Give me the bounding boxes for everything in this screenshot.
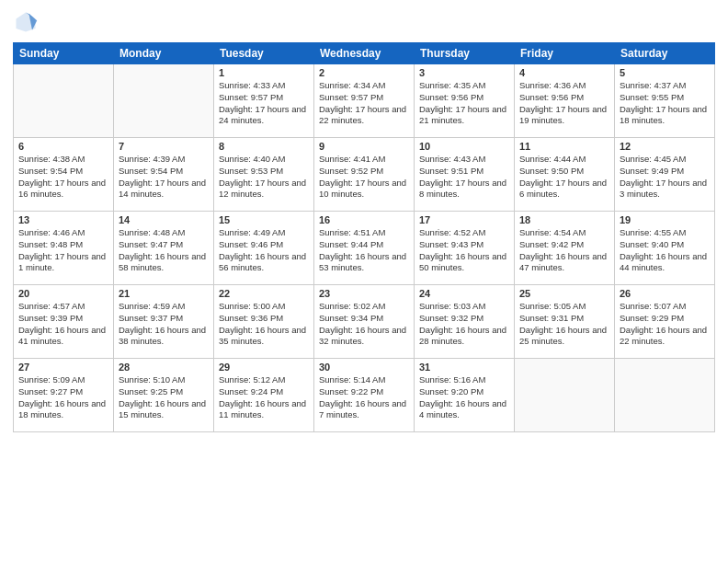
day-info: Sunrise: 4:55 AM Sunset: 9:40 PM Dayligh…	[620, 227, 710, 274]
logo-icon	[13, 9, 39, 35]
day-number: 9	[319, 141, 409, 152]
day-number: 18	[519, 214, 609, 225]
day-number: 20	[18, 288, 108, 299]
calendar-cell: 19Sunrise: 4:55 AM Sunset: 9:40 PM Dayli…	[615, 212, 715, 285]
day-number: 26	[620, 288, 710, 299]
day-info: Sunrise: 4:37 AM Sunset: 9:55 PM Dayligh…	[620, 80, 710, 127]
day-number: 19	[620, 214, 710, 225]
day-info: Sunrise: 5:03 AM Sunset: 9:32 PM Dayligh…	[419, 301, 509, 348]
calendar-cell: 30Sunrise: 5:14 AM Sunset: 9:22 PM Dayli…	[314, 359, 415, 432]
weekday-header-tuesday: Tuesday	[214, 43, 314, 64]
day-number: 13	[18, 214, 108, 225]
day-number: 17	[419, 214, 509, 225]
calendar-cell: 21Sunrise: 4:59 AM Sunset: 9:37 PM Dayli…	[114, 285, 214, 359]
weekday-header-monday: Monday	[114, 43, 214, 64]
day-info: Sunrise: 4:48 AM Sunset: 9:47 PM Dayligh…	[119, 227, 209, 274]
header	[13, 9, 715, 35]
calendar-cell: 12Sunrise: 4:45 AM Sunset: 9:49 PM Dayli…	[615, 138, 715, 212]
day-info: Sunrise: 5:12 AM Sunset: 9:24 PM Dayligh…	[219, 374, 309, 421]
day-info: Sunrise: 4:44 AM Sunset: 9:50 PM Dayligh…	[519, 154, 609, 201]
day-number: 2	[319, 67, 409, 78]
weekday-header-friday: Friday	[515, 43, 615, 64]
calendar-week-row: 20Sunrise: 4:57 AM Sunset: 9:39 PM Dayli…	[14, 285, 715, 359]
day-number: 30	[319, 362, 409, 373]
calendar-cell	[615, 359, 715, 432]
calendar-cell: 4Sunrise: 4:36 AM Sunset: 9:56 PM Daylig…	[515, 64, 615, 138]
day-info: Sunrise: 5:00 AM Sunset: 9:36 PM Dayligh…	[219, 301, 309, 348]
calendar-header-row: SundayMondayTuesdayWednesdayThursdayFrid…	[14, 43, 715, 64]
calendar-cell: 16Sunrise: 4:51 AM Sunset: 9:44 PM Dayli…	[314, 212, 415, 285]
day-info: Sunrise: 4:54 AM Sunset: 9:42 PM Dayligh…	[519, 227, 609, 274]
logo	[13, 9, 42, 35]
day-number: 24	[419, 288, 509, 299]
weekday-header-wednesday: Wednesday	[314, 43, 415, 64]
calendar-cell: 29Sunrise: 5:12 AM Sunset: 9:24 PM Dayli…	[214, 359, 314, 432]
day-info: Sunrise: 4:57 AM Sunset: 9:39 PM Dayligh…	[18, 301, 108, 348]
day-info: Sunrise: 4:38 AM Sunset: 9:54 PM Dayligh…	[18, 154, 108, 201]
calendar-cell: 5Sunrise: 4:37 AM Sunset: 9:55 PM Daylig…	[615, 64, 715, 138]
day-info: Sunrise: 5:05 AM Sunset: 9:31 PM Dayligh…	[519, 301, 609, 348]
day-info: Sunrise: 5:02 AM Sunset: 9:34 PM Dayligh…	[319, 301, 409, 348]
day-number: 28	[119, 362, 209, 373]
day-number: 31	[419, 362, 509, 373]
calendar-cell: 18Sunrise: 4:54 AM Sunset: 9:42 PM Dayli…	[515, 212, 615, 285]
day-info: Sunrise: 4:49 AM Sunset: 9:46 PM Dayligh…	[219, 227, 309, 274]
day-number: 25	[519, 288, 609, 299]
calendar-cell: 28Sunrise: 5:10 AM Sunset: 9:25 PM Dayli…	[114, 359, 214, 432]
day-number: 7	[119, 141, 209, 152]
calendar-cell: 25Sunrise: 5:05 AM Sunset: 9:31 PM Dayli…	[515, 285, 615, 359]
calendar-week-row: 27Sunrise: 5:09 AM Sunset: 9:27 PM Dayli…	[14, 359, 715, 432]
calendar-cell: 26Sunrise: 5:07 AM Sunset: 9:29 PM Dayli…	[615, 285, 715, 359]
day-info: Sunrise: 4:40 AM Sunset: 9:53 PM Dayligh…	[219, 154, 309, 201]
calendar-week-row: 1Sunrise: 4:33 AM Sunset: 9:57 PM Daylig…	[14, 64, 715, 138]
calendar-cell: 14Sunrise: 4:48 AM Sunset: 9:47 PM Dayli…	[114, 212, 214, 285]
day-info: Sunrise: 4:36 AM Sunset: 9:56 PM Dayligh…	[519, 80, 609, 127]
calendar-cell	[515, 359, 615, 432]
calendar-cell	[114, 64, 214, 138]
calendar-cell: 17Sunrise: 4:52 AM Sunset: 9:43 PM Dayli…	[415, 212, 515, 285]
day-number: 5	[620, 67, 710, 78]
day-info: Sunrise: 5:09 AM Sunset: 9:27 PM Dayligh…	[18, 374, 108, 421]
day-info: Sunrise: 5:07 AM Sunset: 9:29 PM Dayligh…	[620, 301, 710, 348]
calendar-cell: 27Sunrise: 5:09 AM Sunset: 9:27 PM Dayli…	[14, 359, 114, 432]
day-number: 4	[519, 67, 609, 78]
day-number: 29	[219, 362, 309, 373]
calendar-cell: 3Sunrise: 4:35 AM Sunset: 9:56 PM Daylig…	[415, 64, 515, 138]
calendar-table: SundayMondayTuesdayWednesdayThursdayFrid…	[13, 42, 715, 432]
day-number: 12	[620, 141, 710, 152]
calendar-week-row: 13Sunrise: 4:46 AM Sunset: 9:48 PM Dayli…	[14, 212, 715, 285]
calendar-cell: 6Sunrise: 4:38 AM Sunset: 9:54 PM Daylig…	[14, 138, 114, 212]
day-info: Sunrise: 4:59 AM Sunset: 9:37 PM Dayligh…	[119, 301, 209, 348]
calendar-cell: 22Sunrise: 5:00 AM Sunset: 9:36 PM Dayli…	[214, 285, 314, 359]
day-info: Sunrise: 5:10 AM Sunset: 9:25 PM Dayligh…	[119, 374, 209, 421]
day-info: Sunrise: 4:51 AM Sunset: 9:44 PM Dayligh…	[319, 227, 409, 274]
calendar-cell: 7Sunrise: 4:39 AM Sunset: 9:54 PM Daylig…	[114, 138, 214, 212]
calendar-week-row: 6Sunrise: 4:38 AM Sunset: 9:54 PM Daylig…	[14, 138, 715, 212]
calendar-cell: 2Sunrise: 4:34 AM Sunset: 9:57 PM Daylig…	[314, 64, 415, 138]
calendar-cell: 13Sunrise: 4:46 AM Sunset: 9:48 PM Dayli…	[14, 212, 114, 285]
day-info: Sunrise: 4:43 AM Sunset: 9:51 PM Dayligh…	[419, 154, 509, 201]
day-number: 8	[219, 141, 309, 152]
day-info: Sunrise: 4:41 AM Sunset: 9:52 PM Dayligh…	[319, 154, 409, 201]
day-number: 3	[419, 67, 509, 78]
day-info: Sunrise: 5:14 AM Sunset: 9:22 PM Dayligh…	[319, 374, 409, 421]
calendar-cell: 20Sunrise: 4:57 AM Sunset: 9:39 PM Dayli…	[14, 285, 114, 359]
calendar-cell: 9Sunrise: 4:41 AM Sunset: 9:52 PM Daylig…	[314, 138, 415, 212]
calendar-cell: 31Sunrise: 5:16 AM Sunset: 9:20 PM Dayli…	[415, 359, 515, 432]
day-number: 11	[519, 141, 609, 152]
day-number: 14	[119, 214, 209, 225]
calendar-cell: 11Sunrise: 4:44 AM Sunset: 9:50 PM Dayli…	[515, 138, 615, 212]
calendar-cell	[14, 64, 114, 138]
day-info: Sunrise: 5:16 AM Sunset: 9:20 PM Dayligh…	[419, 374, 509, 421]
day-number: 21	[119, 288, 209, 299]
weekday-header-thursday: Thursday	[415, 43, 515, 64]
calendar-cell: 1Sunrise: 4:33 AM Sunset: 9:57 PM Daylig…	[214, 64, 314, 138]
day-number: 16	[319, 214, 409, 225]
day-info: Sunrise: 4:45 AM Sunset: 9:49 PM Dayligh…	[620, 154, 710, 201]
day-number: 27	[18, 362, 108, 373]
calendar-cell: 24Sunrise: 5:03 AM Sunset: 9:32 PM Dayli…	[415, 285, 515, 359]
day-number: 6	[18, 141, 108, 152]
day-info: Sunrise: 4:46 AM Sunset: 9:48 PM Dayligh…	[18, 227, 108, 274]
day-info: Sunrise: 4:35 AM Sunset: 9:56 PM Dayligh…	[419, 80, 509, 127]
weekday-header-saturday: Saturday	[615, 43, 715, 64]
